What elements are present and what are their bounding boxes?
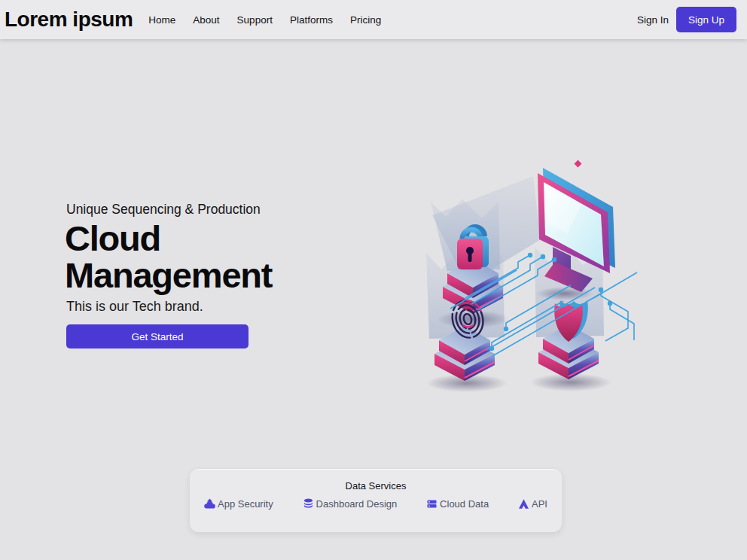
service-item-api[interactable]: API — [518, 498, 547, 510]
cloud-upload-icon — [204, 498, 215, 510]
services-title: Data Services — [190, 480, 562, 492]
nav-right: Sign In Sign Up — [637, 7, 736, 32]
database-icon — [303, 498, 314, 510]
brand-logo[interactable]: Lorem ipsum — [5, 8, 133, 32]
navbar: Lorem ipsum Home About Support Platforms… — [0, 0, 747, 39]
data-services-card: Data Services App Security Dashboard Des… — [190, 469, 562, 532]
server-icon — [426, 498, 438, 510]
services-row: App Security Dashboard Design — [190, 498, 562, 510]
landing-page: Lorem ipsum Home About Support Platforms… — [0, 0, 747, 560]
service-label: Cloud Data — [440, 498, 489, 510]
nav-link-support[interactable]: Support — [237, 14, 273, 26]
hero-illustration — [420, 155, 639, 393]
service-label: API — [532, 498, 547, 510]
service-item-dashboard-design[interactable]: Dashboard Design — [303, 498, 398, 510]
hero-title: Cloud Management — [65, 221, 321, 294]
monitor — [538, 160, 615, 292]
service-item-cloud-data[interactable]: Cloud Data — [426, 498, 489, 510]
sign-in-link[interactable]: Sign In — [637, 14, 669, 26]
nav-link-about[interactable]: About — [193, 14, 219, 26]
nav-link-pricing[interactable]: Pricing — [350, 14, 381, 26]
nav-link-home[interactable]: Home — [148, 14, 175, 26]
triangle-a-icon — [518, 498, 529, 510]
nav-links: Home About Support Platforms Pricing — [148, 14, 398, 26]
service-label: App Security — [218, 498, 273, 510]
sign-up-button[interactable]: Sign Up — [676, 7, 736, 32]
service-item-app-security[interactable]: App Security — [204, 498, 273, 510]
service-label: Dashboard Design — [316, 498, 398, 510]
nav-link-platforms[interactable]: Platforms — [290, 14, 333, 26]
get-started-button[interactable]: Get Started — [66, 324, 248, 348]
hero-subtitle: This is our Tech brand. — [66, 299, 203, 315]
hero-kicker: Unique Sequencing & Production — [66, 202, 261, 218]
